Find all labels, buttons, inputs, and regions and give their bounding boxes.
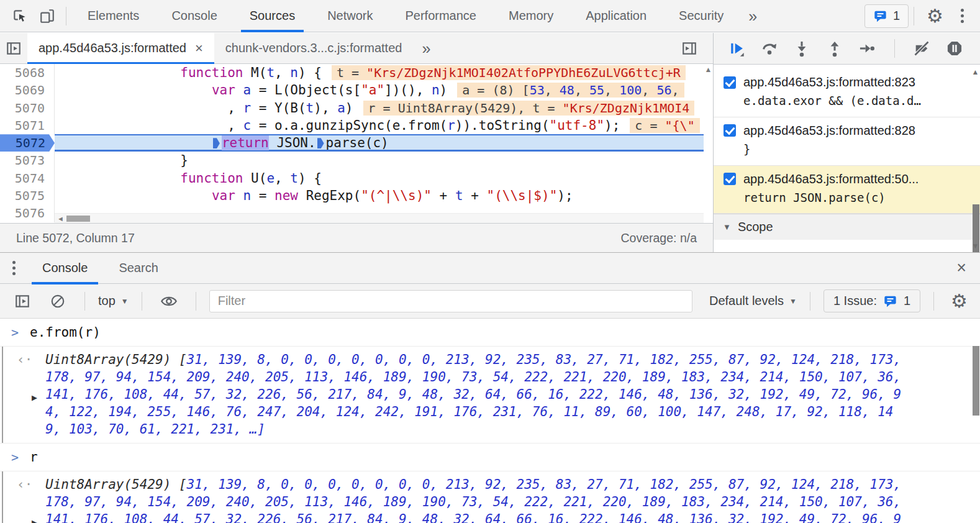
- code-line: 5071 , c = o.a.gunzipSync(e.from(r)).toS…: [0, 117, 713, 134]
- code-token: [235, 188, 243, 203]
- pause-on-exceptions-icon[interactable]: [944, 38, 965, 59]
- clear-console-icon[interactable]: [44, 289, 71, 314]
- gear-icon[interactable]: ⚙: [947, 292, 971, 311]
- filter-input[interactable]: [209, 290, 692, 312]
- debugger-toolbar: [714, 33, 980, 65]
- code-token: = L(Object(s[: [251, 83, 361, 98]
- scroll-left-arrow-icon[interactable]: ◄: [55, 215, 66, 222]
- gear-icon[interactable]: ⚙: [919, 7, 951, 25]
- paused-token: return: [222, 135, 269, 150]
- file-tab[interactable]: app.45d46a53.js:formatted×: [27, 33, 214, 64]
- hint-token: ,: [604, 83, 619, 98]
- file-tab[interactable]: chunk-vendors.3...c.js:formatted: [214, 33, 414, 64]
- hint-token: ,: [642, 83, 656, 98]
- log-levels-selector[interactable]: Default levels ▼: [709, 294, 797, 308]
- panel-tab-sources[interactable]: Sources: [234, 0, 311, 32]
- drawer-tab-search[interactable]: Search: [103, 253, 173, 284]
- issues-chat-icon: [883, 294, 897, 308]
- result-type-prefix: Uint8Array(5429) [: [45, 477, 187, 492]
- console-sidebar-toggle-icon[interactable]: [9, 289, 36, 314]
- issues-counter-button[interactable]: 1: [864, 4, 909, 28]
- panel-tab-network[interactable]: Network: [311, 0, 389, 32]
- close-icon[interactable]: ×: [956, 260, 966, 276]
- scrollbar-thumb[interactable]: [66, 216, 90, 222]
- continue-to-marker-icon[interactable]: [317, 138, 324, 148]
- drawer-tab-console[interactable]: Console: [27, 253, 103, 284]
- scope-section-header[interactable]: ▼ Scope: [714, 214, 980, 240]
- debugger-panel-toggle-icon[interactable]: [676, 36, 703, 61]
- drawer-menu-icon[interactable]: [0, 261, 27, 275]
- continue-to-marker-icon[interactable]: [213, 138, 220, 148]
- hint-token: a = (8) [: [462, 83, 529, 98]
- code-token: function: [180, 65, 243, 80]
- panel-tab-application[interactable]: Application: [569, 0, 663, 32]
- breakpoint-item[interactable]: app.45d46a53.js:formatted:50...return JS…: [714, 166, 980, 214]
- line-number[interactable]: 5073: [0, 152, 55, 169]
- line-number[interactable]: 5074: [0, 170, 55, 187]
- navigator-toggle-icon[interactable]: [0, 36, 27, 61]
- issues-button[interactable]: 1 Issue: 1: [823, 289, 920, 312]
- inspect-icon[interactable]: [6, 4, 34, 29]
- line-number[interactable]: 5075: [0, 187, 55, 204]
- breakpoint-checkbox[interactable]: [724, 124, 736, 137]
- hint-token: 100: [619, 83, 642, 98]
- device-toolbar-icon[interactable]: [34, 4, 61, 29]
- sidebar-scrollbar[interactable]: ▲ ▼: [971, 65, 980, 252]
- panel-tab-security[interactable]: Security: [663, 0, 740, 32]
- code-line-content: return JSON.parse(c): [55, 134, 713, 152]
- scroll-up-arrow-icon[interactable]: ▲: [704, 64, 713, 75]
- sources-panel: app.45d46a53.js:formatted×chunk-vendors.…: [0, 33, 714, 252]
- editor-horizontal-scrollbar[interactable]: ◄: [55, 213, 704, 223]
- more-panels-chevron-icon[interactable]: »: [740, 1, 766, 31]
- more-tabs-chevron-icon[interactable]: »: [413, 34, 439, 63]
- breakpoint-code-snippet: return JSON.parse(c): [743, 191, 970, 206]
- code-token: = Y(B(: [251, 101, 306, 116]
- line-number[interactable]: 5068: [0, 64, 55, 81]
- step-icon[interactable]: [856, 38, 878, 59]
- breakpoint-item[interactable]: app.45d46a53.js:formatted:823e.data.exor…: [714, 69, 980, 117]
- code-editor[interactable]: 5068 function M(t, n) {t = "Krs/ZDgzNjk1…: [0, 64, 713, 223]
- result-values: 178, 97, 94, 154, 209, 240, 205, 113, 14…: [45, 494, 901, 509]
- live-expression-eye-icon[interactable]: [155, 289, 183, 314]
- editor-vertical-scrollbar[interactable]: ▲: [704, 64, 713, 213]
- hint-token: "{\": [665, 118, 695, 133]
- command-text: e.from(r): [30, 323, 101, 342]
- main-split: app.45d46a53.js:formatted×chunk-vendors.…: [0, 33, 980, 252]
- scroll-up-arrow-icon[interactable]: ▲: [971, 68, 980, 76]
- console-command: >r: [0, 443, 980, 471]
- hint-token: ,: [574, 83, 589, 98]
- line-number[interactable]: 5072: [0, 134, 55, 152]
- line-number[interactable]: 5069: [0, 81, 55, 99]
- code-token: c: [243, 118, 251, 133]
- breakpoint-checkbox[interactable]: [724, 173, 736, 185]
- code-token: RegExp(: [298, 188, 361, 203]
- line-number[interactable]: 5076: [0, 204, 55, 222]
- deactivate-breakpoints-icon[interactable]: [911, 38, 932, 59]
- line-number[interactable]: 5070: [0, 99, 55, 117]
- step-out-icon[interactable]: [824, 38, 845, 59]
- breakpoint-checkbox[interactable]: [724, 76, 736, 89]
- breakpoint-item[interactable]: app.45d46a53.js:formatted:828}: [714, 117, 980, 166]
- code-token: );: [557, 188, 573, 203]
- overflow-menu-icon[interactable]: [951, 9, 974, 23]
- result-line: 9, 103, 70, 61, 221, 231, …]: [0, 421, 980, 438]
- step-over-icon[interactable]: [759, 38, 780, 59]
- scope-label: Scope: [738, 220, 773, 234]
- step-into-icon[interactable]: [791, 38, 812, 59]
- panel-tab-elements[interactable]: Elements: [71, 0, 155, 32]
- context-selector[interactable]: top ▼: [98, 294, 129, 308]
- code-token: [55, 188, 212, 203]
- console-scrollbar-thumb[interactable]: [973, 346, 979, 416]
- divider: [933, 292, 934, 311]
- panel-tab-console[interactable]: Console: [155, 0, 233, 32]
- console-result-block: Uint8Array(5429) [31, 139, 8, 0, 0, 0, 0…: [0, 471, 980, 523]
- divider: [66, 7, 66, 25]
- expand-triangle-icon[interactable]: ▶: [32, 514, 37, 523]
- close-icon[interactable]: ×: [195, 40, 203, 57]
- panel-tab-memory[interactable]: Memory: [492, 0, 569, 32]
- breakpoint-code-snippet: }: [743, 142, 970, 157]
- resume-icon[interactable]: [726, 38, 747, 59]
- line-number[interactable]: 5071: [0, 117, 55, 134]
- panel-tab-performance[interactable]: Performance: [389, 0, 493, 32]
- scroll-down-arrow-icon[interactable]: ▼: [971, 242, 980, 250]
